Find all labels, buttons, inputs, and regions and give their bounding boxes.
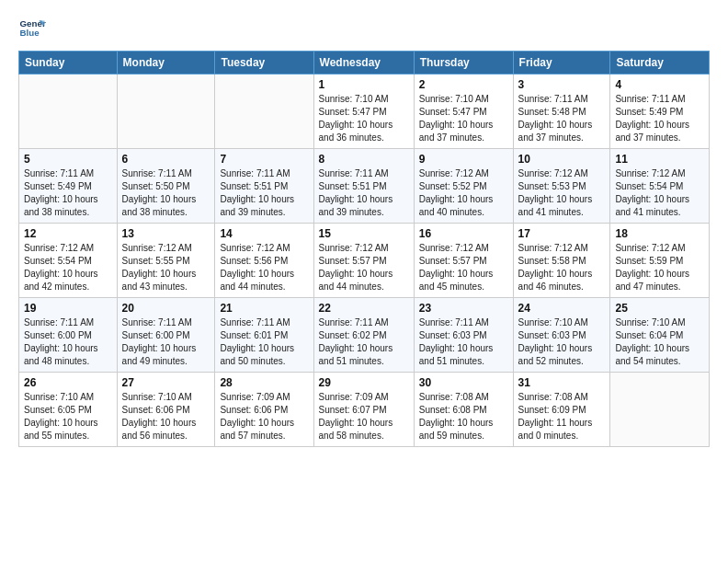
calendar-cell: 11Sunrise: 7:12 AM Sunset: 5:54 PM Dayli… [610,149,710,224]
day-info: Sunrise: 7:12 AM Sunset: 5:56 PM Dayligh… [220,242,308,293]
day-number: 10 [518,153,606,166]
day-info: Sunrise: 7:10 AM Sunset: 5:47 PM Dayligh… [419,93,508,144]
weekday-header-tuesday: Tuesday [215,52,313,75]
day-number: 17 [518,227,606,240]
day-number: 29 [319,376,409,389]
day-info: Sunrise: 7:12 AM Sunset: 5:54 PM Dayligh… [24,242,112,293]
calendar-table: SundayMondayTuesdayWednesdayThursdayFrid… [18,51,710,447]
day-number: 27 [122,376,210,389]
day-number: 31 [518,376,606,389]
day-info: Sunrise: 7:12 AM Sunset: 5:58 PM Dayligh… [518,242,606,293]
calendar-cell: 25Sunrise: 7:10 AM Sunset: 6:04 PM Dayli… [610,298,710,373]
weekday-header-friday: Friday [513,52,610,75]
day-number: 16 [419,227,508,240]
calendar-cell: 3Sunrise: 7:11 AM Sunset: 5:48 PM Daylig… [513,75,610,149]
calendar-cell: 29Sunrise: 7:09 AM Sunset: 6:07 PM Dayli… [313,373,414,447]
day-number: 5 [24,153,112,166]
day-number: 24 [518,302,606,315]
calendar-cell: 30Sunrise: 7:08 AM Sunset: 6:08 PM Dayli… [414,373,513,447]
calendar-cell [215,75,313,149]
calendar-cell: 20Sunrise: 7:11 AM Sunset: 6:00 PM Dayli… [117,298,215,373]
calendar-week-2: 5Sunrise: 7:11 AM Sunset: 5:49 PM Daylig… [19,149,710,224]
calendar-cell: 21Sunrise: 7:11 AM Sunset: 6:01 PM Dayli… [215,298,313,373]
day-number: 22 [319,302,409,315]
weekday-header-monday: Monday [117,52,215,75]
day-number: 3 [518,78,606,91]
calendar-cell: 6Sunrise: 7:11 AM Sunset: 5:50 PM Daylig… [117,149,215,224]
page-container: General Blue SundayMondayTuesdayWednesda… [0,0,728,456]
day-info: Sunrise: 7:11 AM Sunset: 5:50 PM Dayligh… [122,167,210,219]
day-number: 2 [419,78,508,91]
calendar-cell: 17Sunrise: 7:12 AM Sunset: 5:58 PM Dayli… [513,224,610,298]
day-number: 20 [122,302,210,315]
day-info: Sunrise: 7:11 AM Sunset: 6:00 PM Dayligh… [24,316,112,368]
calendar-cell: 27Sunrise: 7:10 AM Sunset: 6:06 PM Dayli… [117,373,215,447]
calendar-week-1: 1Sunrise: 7:10 AM Sunset: 5:47 PM Daylig… [19,75,710,149]
weekday-header-saturday: Saturday [610,52,710,75]
calendar-cell: 19Sunrise: 7:11 AM Sunset: 6:00 PM Dayli… [19,298,118,373]
day-number: 25 [615,302,704,315]
calendar-cell: 31Sunrise: 7:08 AM Sunset: 6:09 PM Dayli… [513,373,610,447]
day-number: 23 [419,302,508,315]
calendar-cell: 14Sunrise: 7:12 AM Sunset: 5:56 PM Dayli… [215,224,313,298]
calendar-cell [19,75,118,149]
logo-icon: General Blue [18,14,46,41]
day-info: Sunrise: 7:11 AM Sunset: 5:51 PM Dayligh… [220,167,308,219]
day-number: 21 [220,302,308,315]
calendar-cell [117,75,215,149]
day-number: 1 [319,78,409,91]
calendar-week-3: 12Sunrise: 7:12 AM Sunset: 5:54 PM Dayli… [19,224,710,298]
day-number: 26 [24,376,112,389]
calendar-cell: 12Sunrise: 7:12 AM Sunset: 5:54 PM Dayli… [19,224,118,298]
day-number: 30 [419,376,508,389]
day-number: 11 [615,153,704,166]
day-info: Sunrise: 7:09 AM Sunset: 6:06 PM Dayligh… [220,391,308,442]
calendar-cell: 8Sunrise: 7:11 AM Sunset: 5:51 PM Daylig… [313,149,414,224]
day-info: Sunrise: 7:11 AM Sunset: 5:49 PM Dayligh… [615,93,704,144]
calendar-cell: 24Sunrise: 7:10 AM Sunset: 6:03 PM Dayli… [513,298,610,373]
day-number: 8 [319,153,409,166]
day-info: Sunrise: 7:10 AM Sunset: 5:47 PM Dayligh… [319,93,409,144]
calendar-cell: 7Sunrise: 7:11 AM Sunset: 5:51 PM Daylig… [215,149,313,224]
day-info: Sunrise: 7:11 AM Sunset: 6:00 PM Dayligh… [122,316,210,368]
day-number: 12 [24,227,112,240]
day-number: 9 [419,153,508,166]
calendar-cell: 4Sunrise: 7:11 AM Sunset: 5:49 PM Daylig… [610,75,710,149]
day-info: Sunrise: 7:08 AM Sunset: 6:09 PM Dayligh… [518,391,606,442]
calendar-cell [610,373,710,447]
day-info: Sunrise: 7:11 AM Sunset: 5:49 PM Dayligh… [24,167,112,219]
weekday-header-sunday: Sunday [19,52,118,75]
logo: General Blue [18,14,46,41]
day-number: 4 [615,78,704,91]
calendar-cell: 2Sunrise: 7:10 AM Sunset: 5:47 PM Daylig… [414,75,513,149]
calendar-week-4: 19Sunrise: 7:11 AM Sunset: 6:00 PM Dayli… [19,298,710,373]
day-info: Sunrise: 7:11 AM Sunset: 5:48 PM Dayligh… [518,93,606,144]
calendar-cell: 10Sunrise: 7:12 AM Sunset: 5:53 PM Dayli… [513,149,610,224]
day-info: Sunrise: 7:12 AM Sunset: 5:54 PM Dayligh… [615,167,704,219]
day-info: Sunrise: 7:10 AM Sunset: 6:06 PM Dayligh… [122,391,210,442]
svg-text:Blue: Blue [20,28,40,38]
calendar-cell: 26Sunrise: 7:10 AM Sunset: 6:05 PM Dayli… [19,373,118,447]
day-info: Sunrise: 7:11 AM Sunset: 6:02 PM Dayligh… [319,316,409,368]
weekday-header-wednesday: Wednesday [313,52,414,75]
day-number: 15 [319,227,409,240]
calendar-cell: 5Sunrise: 7:11 AM Sunset: 5:49 PM Daylig… [19,149,118,224]
day-info: Sunrise: 7:10 AM Sunset: 6:04 PM Dayligh… [615,316,704,368]
day-info: Sunrise: 7:08 AM Sunset: 6:08 PM Dayligh… [419,391,508,442]
calendar-cell: 18Sunrise: 7:12 AM Sunset: 5:59 PM Dayli… [610,224,710,298]
calendar-week-5: 26Sunrise: 7:10 AM Sunset: 6:05 PM Dayli… [19,373,710,447]
calendar-cell: 22Sunrise: 7:11 AM Sunset: 6:02 PM Dayli… [313,298,414,373]
day-info: Sunrise: 7:11 AM Sunset: 6:03 PM Dayligh… [419,316,508,368]
day-number: 28 [220,376,308,389]
day-info: Sunrise: 7:11 AM Sunset: 5:51 PM Dayligh… [319,167,409,219]
day-info: Sunrise: 7:12 AM Sunset: 5:53 PM Dayligh… [518,167,606,219]
header: General Blue [18,14,710,41]
calendar-cell: 1Sunrise: 7:10 AM Sunset: 5:47 PM Daylig… [313,75,414,149]
day-info: Sunrise: 7:10 AM Sunset: 6:05 PM Dayligh… [24,391,112,442]
day-info: Sunrise: 7:12 AM Sunset: 5:57 PM Dayligh… [319,242,409,293]
calendar-cell: 28Sunrise: 7:09 AM Sunset: 6:06 PM Dayli… [215,373,313,447]
day-number: 13 [122,227,210,240]
day-number: 14 [220,227,308,240]
weekday-header-thursday: Thursday [414,52,513,75]
day-info: Sunrise: 7:12 AM Sunset: 5:59 PM Dayligh… [615,242,704,293]
